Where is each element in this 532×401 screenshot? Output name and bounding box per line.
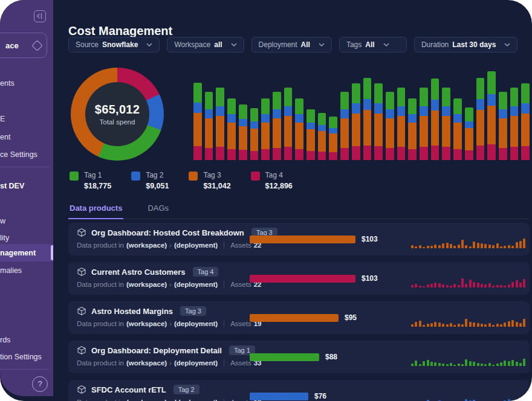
stacked-bar[interactable] [408, 98, 417, 160]
sidebar-item-rds[interactable]: rds [0, 336, 10, 344]
stacked-bar[interactable] [510, 88, 519, 160]
bar-segment [250, 108, 259, 121]
stacked-bar[interactable] [261, 98, 270, 160]
sparkline-bar [434, 362, 436, 366]
stacked-bar[interactable] [250, 108, 259, 160]
data-product-row[interactable]: SFDC Account rETL Tag 2 Data product in … [68, 380, 530, 401]
bar-segment [193, 103, 202, 113]
panel-collapse-icon [34, 11, 45, 21]
sparkline-bar [500, 324, 502, 327]
stacked-bar[interactable] [227, 98, 236, 160]
bar-segment [261, 114, 270, 122]
stacked-bar[interactable] [307, 109, 315, 160]
bar-segment [193, 83, 202, 103]
tab-dags[interactable]: DAGs [146, 201, 170, 219]
stacked-bar[interactable] [487, 71, 496, 160]
bar-segment [307, 109, 315, 123]
stacked-bar[interactable] [205, 92, 213, 160]
tab-data-products[interactable]: Data products [68, 201, 123, 219]
data-product-row[interactable]: Org Dashboard: Deployment Detail Tag 1 D… [68, 341, 530, 373]
bar-segment [374, 103, 383, 114]
sidebar-item-ents[interactable]: ents [0, 79, 15, 88]
stacked-bar[interactable] [193, 83, 202, 160]
stacked-bar[interactable] [431, 79, 440, 160]
sparkline-bar [504, 322, 506, 327]
breadcrumb-workspace[interactable]: (workspace) [126, 399, 167, 401]
breadcrumb-deployment[interactable]: (deployment) [174, 359, 218, 367]
sparkline-bar [488, 363, 491, 366]
bar-segment [295, 114, 303, 122]
breadcrumb-workspace[interactable]: (workspace) [126, 359, 167, 367]
stacked-bar[interactable] [352, 83, 360, 160]
stacked-bar[interactable] [453, 98, 462, 160]
tags-filter[interactable]: Tags All [339, 37, 407, 53]
stacked-bar[interactable] [340, 92, 349, 160]
sparkline-bar [488, 245, 491, 248]
workspace-filter[interactable]: Workspace all [167, 37, 244, 53]
legend-value: $18,775 [84, 182, 111, 190]
donut-ring[interactable]: $65,012 Total spend [71, 68, 164, 161]
sparkline-bar [423, 361, 425, 366]
breadcrumb-deployment[interactable]: (deployment) [174, 281, 218, 288]
sparkline-bar [523, 319, 525, 327]
stacked-bar[interactable] [273, 92, 281, 160]
sidebar-item-cost-management[interactable]: nagement [0, 244, 53, 261]
bar-segment [307, 151, 315, 160]
stacked-bar[interactable] [329, 117, 337, 160]
stacked-bar[interactable] [442, 88, 450, 160]
workspace-switcher[interactable]: ace [0, 33, 47, 58]
stacked-bar[interactable] [318, 113, 326, 160]
stacked-bar[interactable] [420, 88, 428, 160]
app-window: ace ents E ent ce Settings st DEV w lity… [0, 0, 532, 401]
stacked-bar[interactable] [295, 98, 303, 160]
help-button[interactable]: ? [32, 376, 48, 392]
page-title: Cost Management [68, 24, 172, 38]
sidebar-item-lity[interactable]: lity [0, 234, 9, 242]
stacked-bar[interactable] [284, 88, 293, 160]
source-filter[interactable]: Source Snowflake [68, 37, 160, 53]
stacked-bar[interactable] [216, 88, 224, 160]
data-product-row[interactable]: Current Astro Customers Tag 4 Data produ… [68, 262, 530, 295]
legend-item: Tag 4 $12,896 [251, 171, 293, 190]
deployment-filter[interactable]: Deployment All [251, 37, 332, 53]
chevron-down-icon [383, 43, 389, 47]
sidebar-item-ent[interactable]: ent [0, 133, 10, 141]
bar-segment [386, 148, 394, 160]
sidebar-item-malies[interactable]: malies [0, 266, 22, 275]
data-product-row[interactable]: Org Dashboard: Hosted Cost Breakdown Tag… [68, 223, 530, 255]
sparkline-bar [496, 324, 499, 327]
bar-segment [453, 123, 462, 149]
breadcrumb-workspace[interactable]: (workspace) [126, 242, 167, 249]
cost-sparkline [411, 355, 526, 366]
stacked-bar[interactable] [521, 83, 530, 160]
bar-segment [227, 123, 236, 149]
sidebar-item-ce-settings[interactable]: ce Settings [0, 150, 37, 159]
sidebar-deployment-header[interactable]: st DEV [0, 182, 24, 190]
breadcrumb-deployment[interactable]: (deployment) [174, 399, 218, 401]
breadcrumb-deployment[interactable]: (deployment) [174, 320, 218, 327]
stacked-bar[interactable] [386, 92, 394, 160]
duration-filter[interactable]: Duration Last 30 days [414, 37, 517, 53]
bar-segment [521, 103, 530, 114]
sidebar-item-tion-settings[interactable]: tion Settings [0, 353, 42, 361]
breadcrumb-workspace[interactable]: (workspace) [126, 281, 167, 288]
stacked-bar[interactable] [239, 104, 247, 160]
sidebar-item-w[interactable]: w [0, 217, 5, 225]
breadcrumb-deployment[interactable]: (deployment) [174, 242, 218, 249]
stacked-bar[interactable] [465, 107, 473, 160]
stacked-bar[interactable] [476, 78, 485, 160]
stacked-bar[interactable] [374, 83, 383, 160]
sparkline-bar [477, 323, 479, 327]
sidebar-item-e[interactable]: E [0, 115, 5, 123]
bar-segment [239, 119, 247, 126]
stacked-bar[interactable] [499, 92, 507, 160]
sparkline-bar [453, 365, 456, 366]
sidebar-collapse-button[interactable] [34, 10, 46, 22]
row-breadcrumb: Data product in (workspace) › (deploymen… [77, 359, 261, 367]
breadcrumb-workspace[interactable]: (workspace) [126, 320, 167, 327]
stacked-bar[interactable] [397, 88, 406, 160]
stacked-bar[interactable] [363, 78, 372, 160]
bar-segment [307, 129, 315, 151]
data-product-row[interactable]: Astro Hosted Margins Tag 3 Data product … [68, 301, 530, 334]
sparkline-bar [419, 321, 421, 327]
